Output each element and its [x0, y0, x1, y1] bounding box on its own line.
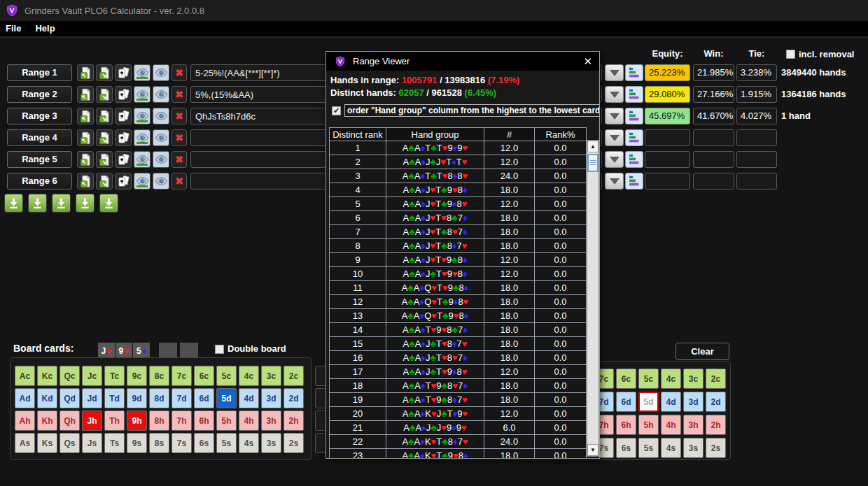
clear-range-icon[interactable] — [172, 64, 187, 81]
card-picker-icon[interactable] — [115, 86, 132, 103]
hand-group-row[interactable]: 5A♣A♦J♥T♣9♦8♥12.00.0 — [330, 197, 587, 211]
card-Jd-left[interactable]: Jd — [82, 388, 102, 408]
card-4d-right[interactable]: 4d — [661, 392, 681, 412]
clear-range-icon[interactable] — [172, 173, 187, 190]
hand-group-row[interactable]: 9A♣A♦J♥T♥9♣8♦12.00.0 — [330, 253, 587, 267]
clear-range-icon[interactable] — [172, 108, 187, 124]
hand-group-row[interactable]: 1A♣A♦T♣T♥9♦9♥12.00.0 — [330, 141, 587, 155]
card-6s-left[interactable]: 6s — [194, 433, 214, 453]
range-2-dropdown-button[interactable] — [605, 86, 624, 103]
range-viewer-icon[interactable] — [134, 86, 150, 103]
dialog-title-bar[interactable]: Range Viewer — [326, 52, 599, 71]
range-3-button[interactable]: Range 3 — [7, 108, 72, 124]
clear-range-icon[interactable] — [172, 129, 187, 146]
hand-group-row[interactable]: 19A♣A♦T♥9♣8♦7♥18.00.0 — [330, 393, 587, 407]
card-Th-left[interactable]: Th — [104, 410, 125, 431]
card-4s-right[interactable]: 4s — [661, 438, 681, 458]
range-viewer-icon[interactable] — [134, 108, 150, 124]
card-2c-left[interactable]: 2c — [284, 366, 304, 386]
card-4d-left[interactable]: 4d — [239, 388, 259, 408]
card-Jh-left[interactable]: Jh — [82, 410, 102, 431]
menu-item-help[interactable]: Help — [28, 21, 62, 36]
hand-group-row[interactable]: 11A♣A♦Q♥T♥9♣8♦18.00.0 — [330, 281, 587, 295]
card-Ah-left[interactable]: Ah — [15, 410, 35, 431]
hand-group-row[interactable]: 4A♣A♦J♥T♣9♥8♦18.00.0 — [330, 183, 587, 197]
download-range-button[interactable] — [52, 194, 71, 213]
card-picker-icon[interactable] — [115, 173, 132, 190]
card-As-left[interactable]: As — [15, 433, 35, 453]
scrollbar-thumb[interactable] — [587, 154, 598, 172]
card-3d-right[interactable]: 3d — [683, 392, 704, 412]
card-6c-left[interactable]: 6c — [194, 366, 214, 386]
range-viewer-alt-icon[interactable] — [153, 151, 169, 168]
card-2d-right[interactable]: 2d — [706, 392, 726, 412]
range-4-dropdown-button[interactable] — [605, 129, 624, 146]
order-checkbox[interactable] — [332, 106, 341, 115]
range-viewer-alt-icon[interactable] — [153, 64, 169, 81]
card-9d-left[interactable]: 9d — [127, 388, 147, 408]
card-5d-left[interactable]: 5d — [216, 388, 237, 408]
card-6s-right[interactable]: 6s — [616, 438, 636, 458]
hand-group-row[interactable]: 10A♣A♦J♣T♥9♥8♦12.00.0 — [330, 267, 587, 281]
range-viewer-icon[interactable] — [134, 129, 150, 146]
scroll-up-icon[interactable] — [587, 141, 598, 152]
hand-group-row[interactable]: 21A♣A♦J♣J♥9♦9♥6.00.0 — [330, 421, 587, 435]
card-Ad-left[interactable]: Ad — [15, 388, 35, 408]
card-9s-left[interactable]: 9s — [127, 433, 147, 453]
card-picker-icon[interactable] — [115, 108, 132, 124]
hand-group-row[interactable]: 22A♣A♦K♥T♣8♦7♥24.00.0 — [330, 435, 587, 449]
load-range-icon[interactable] — [77, 129, 94, 146]
card-4c-left[interactable]: 4c — [239, 366, 259, 386]
card-9h-left[interactable]: 9h — [127, 410, 147, 431]
card-4h-right[interactable]: 4h — [661, 415, 681, 435]
download-range-button[interactable] — [28, 194, 47, 213]
range-viewer-alt-icon[interactable] — [153, 108, 169, 124]
card-3h-right[interactable]: 3h — [683, 415, 704, 435]
hand-group-row[interactable]: 8A♣A♦J♥T♣8♦7♥18.00.0 — [330, 239, 587, 253]
range-6-dropdown-button[interactable] — [605, 173, 624, 190]
load-range-icon[interactable] — [77, 64, 94, 81]
card-3s-right[interactable]: 3s — [683, 438, 704, 458]
download-range-button[interactable] — [4, 194, 23, 213]
card-4h-left[interactable]: 4h — [239, 410, 259, 431]
hand-group-row[interactable]: 7A♣A♦J♥T♣8♥7♦18.00.0 — [330, 225, 587, 239]
load-range-icon[interactable] — [77, 86, 94, 103]
table-scrollbar[interactable] — [587, 140, 599, 457]
hand-group-row[interactable]: 16A♣A♦J♣T♥8♥7♦18.00.0 — [330, 351, 587, 365]
hand-group-row[interactable]: 23A♣A♦K♥T♣9♥8♦18.00.0 — [330, 449, 587, 459]
hand-group-row[interactable]: 12A♣A♦Q♥T♣9♦8♥18.00.0 — [330, 295, 587, 309]
hand-group-row[interactable]: 6A♣A♦J♥T♥8♣7♦18.00.0 — [330, 211, 587, 225]
card-3h-left[interactable]: 3h — [261, 410, 281, 431]
card-2d-left[interactable]: 2d — [284, 388, 304, 408]
hand-group-row[interactable]: 18A♣A♦T♥9♣8♥7♦18.00.0 — [330, 379, 587, 393]
card-6c-right[interactable]: 6c — [616, 369, 636, 389]
card-4c-right[interactable]: 4c — [661, 369, 681, 389]
range-5-dropdown-button[interactable] — [605, 151, 624, 168]
card-3d-left[interactable]: 3d — [261, 388, 281, 408]
card-5c-right[interactable]: 5c — [638, 369, 659, 389]
range-6-button[interactable]: Range 6 — [7, 173, 72, 190]
card-6h-right[interactable]: 6h — [616, 415, 636, 435]
card-6h-left[interactable]: 6h — [194, 410, 214, 431]
range-1-dropdown-button[interactable] — [605, 64, 624, 81]
hand-group-row[interactable]: 15A♣A♦J♣T♥8♦7♥18.00.0 — [330, 337, 587, 351]
hand-group-row[interactable]: 17A♣A♦J♣T♥9♦8♥12.00.0 — [330, 365, 587, 379]
range-viewer-icon[interactable] — [134, 173, 150, 190]
card-Tc-left[interactable]: Tc — [104, 366, 125, 386]
card-8s-left[interactable]: 8s — [149, 433, 169, 453]
card-5s-right[interactable]: 5s — [638, 438, 659, 458]
hand-group-row[interactable]: 20A♣A♦K♥J♣T♦9♥12.00.0 — [330, 407, 587, 421]
card-5d-right[interactable]: 5d — [638, 392, 659, 412]
card-5h-right[interactable]: 5h — [638, 415, 659, 435]
range-2-stats-button[interactable] — [625, 86, 643, 103]
load-range-icon[interactable] — [77, 151, 94, 168]
card-Td-left[interactable]: Td — [104, 388, 125, 408]
card-Js-left[interactable]: Js — [82, 433, 102, 453]
hand-group-row[interactable]: 14A♣A♦T♥9♥8♣7♦18.00.0 — [330, 323, 587, 337]
card-8h-left[interactable]: 8h — [149, 410, 169, 431]
card-2s-right[interactable]: 2s — [706, 438, 726, 458]
card-2h-right[interactable]: 2h — [706, 415, 726, 435]
save-range-icon[interactable] — [96, 108, 113, 124]
card-7s-left[interactable]: 7s — [172, 433, 192, 453]
card-Kc-left[interactable]: Kc — [37, 366, 57, 386]
